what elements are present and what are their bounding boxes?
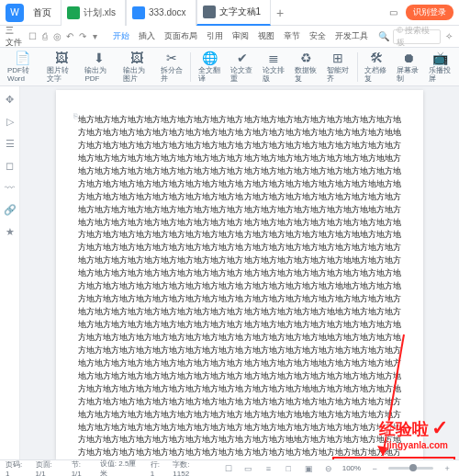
ribbon-repair[interactable]: 🛠文档修复 [363, 49, 389, 85]
status-wordcount: 字数: 1152 [173, 459, 207, 477]
ocr-icon: 🖼 [53, 50, 70, 66]
zoom-value: 100% [342, 464, 361, 472]
document-page[interactable]: 地方地方地方地方地方地方地方地方地方地方地方地方地方地方地方地方地方地方地方地方… [56, 90, 423, 459]
new-tab-button[interactable]: + [271, 6, 289, 20]
ribbon-translate[interactable]: 🌐全文翻译 [196, 49, 223, 85]
translate-icon: 🌐 [202, 50, 218, 66]
watermark-text: 经验啦 [379, 420, 429, 438]
home-tab[interactable]: 首页 [24, 3, 61, 23]
format-icon: ≣ [265, 50, 282, 66]
menu-start[interactable]: 开始 [110, 28, 132, 44]
workspace: ✥ ▷ ☰ ◻ 〰 🔗 ★ ⎘ · 地方地方地方地方地方地方地方地方地方地方地方… [0, 86, 459, 459]
check-icon: ✔ [234, 50, 251, 66]
title-bar: W 首页 计划.xls 333.docx 文字文稿1 + ▭ 识别登录 [0, 0, 459, 26]
record-icon: ⏺ [400, 50, 417, 66]
tab-file-2[interactable]: 文字文稿1 [196, 0, 272, 26]
preview-icon[interactable]: ◎ [53, 30, 62, 43]
cast-icon: 📺 [431, 50, 448, 66]
undo-icon[interactable]: ↶ [65, 30, 74, 43]
left-toolbar: ✥ ▷ ☰ ◻ 〰 🔗 ★ [0, 86, 20, 459]
save-icon[interactable]: ☐ [28, 30, 37, 43]
ribbon-pdf2word[interactable]: 📄PDF转Word [6, 49, 39, 85]
tab-file-0[interactable]: 计划.xls [61, 0, 126, 26]
chevron-down-icon[interactable]: ▾ [91, 30, 100, 43]
status-pos: 设值: 2.5厘米 [100, 459, 143, 477]
watermark-url: jingyanla.com [379, 440, 448, 450]
view-web-icon[interactable]: ☐ [222, 462, 235, 475]
ribbon-thesis[interactable]: ✔论文查重 [229, 49, 255, 85]
ribbon-out-pdf[interactable]: ⬇输出为PDF [83, 49, 115, 85]
view-read-icon[interactable]: □ [282, 462, 295, 475]
tool-shape-icon[interactable]: ◻ [3, 158, 17, 173]
tab-file-1[interactable]: 333.docx [126, 0, 196, 26]
export-pdf-icon: ⬇ [91, 50, 107, 66]
status-line: 行: 1 [151, 459, 166, 477]
menu-insert[interactable]: 插入 [136, 28, 158, 44]
ribbon-thesis-aid[interactable]: ≣论文排版 [261, 49, 287, 85]
docx-icon [132, 6, 145, 19]
status-section: 节: 1/1 [72, 459, 93, 477]
menu-review[interactable]: 审阅 [230, 28, 252, 44]
login-button[interactable]: 识别登录 [406, 5, 453, 20]
watermark-check-icon: ✓ [431, 416, 448, 439]
document-body[interactable]: 地方地方地方地方地方地方地方地方地方地方地方地方地方地方地方地方地方地方地方地方… [78, 114, 401, 459]
menu-layout[interactable]: 页面布局 [162, 28, 200, 44]
status-pages: 页面: 1/1 [36, 459, 64, 477]
menu-security[interactable]: 安全 [307, 28, 329, 44]
zoom-thumb[interactable] [409, 464, 417, 471]
zoom-slider[interactable] [388, 467, 433, 470]
tool-hand-icon[interactable]: ✥ [3, 92, 17, 107]
ribbon-pic2text[interactable]: 🖼图片转文字 [45, 49, 77, 85]
search-input[interactable]: © 搜索模板 [393, 29, 441, 44]
tool-link-icon[interactable]: 🔗 [3, 202, 17, 217]
pdf-icon: 📄 [15, 50, 31, 66]
recover-icon: ♻ [297, 50, 314, 66]
status-bar: 页码: 1 页面: 1/1 节: 1/1 设值: 2.5厘米 行: 1 字数: … [0, 459, 459, 476]
repair-icon: 🛠 [368, 50, 385, 66]
ribbon: 📄PDF转Word 🖼图片转文字 ⬇输出为PDF 🖼输出为图片 ✂拆分合并 🌐全… [0, 48, 459, 86]
status-page: 页码: 1 [6, 459, 28, 477]
zoom-plus-icon[interactable]: + [441, 462, 453, 475]
txt-icon [203, 6, 216, 18]
menu-bar: 三 文件 ☐ ⎙ ◎ ↶ ↷ ▾ 开始 插入 页面布局 引用 审阅 视图 章节 … [0, 26, 459, 48]
tool-draw-icon[interactable]: 〰 [3, 180, 17, 195]
zoom-out-icon[interactable]: ⊖ [322, 462, 335, 475]
view-focus-icon[interactable]: ▣ [302, 462, 315, 475]
tool-text-icon[interactable]: ☰ [3, 136, 17, 151]
file-menu[interactable]: 三 文件 [6, 25, 24, 49]
watermark: 经验啦 ✓ jingyanla.com [379, 416, 448, 450]
tool-select-icon[interactable]: ▷ [3, 114, 17, 129]
tool-bookmark-icon[interactable]: ★ [3, 224, 17, 239]
xls-icon [67, 6, 80, 19]
export-img-icon: 🖼 [129, 50, 145, 66]
search-icon[interactable]: 🔍 [378, 30, 389, 43]
more-icon[interactable]: ✧ [444, 30, 453, 43]
view-print-icon[interactable]: ▭ [242, 462, 255, 475]
ribbon-out-img[interactable]: 🖼输出为图片 [121, 49, 153, 85]
align-icon: ⊞ [330, 50, 346, 66]
menu-ref[interactable]: 引用 [204, 28, 226, 44]
ribbon-cast[interactable]: 📺乐播投屏 [427, 49, 453, 85]
app-logo: W [6, 4, 24, 22]
tab-label: 333.docx [149, 7, 186, 17]
zoom-minus-icon[interactable]: − [368, 462, 381, 475]
menu-icon[interactable]: ▭ [386, 6, 400, 20]
menu-dev[interactable]: 开发工具 [332, 28, 371, 44]
canvas[interactable]: ⎘ · 地方地方地方地方地方地方地方地方地方地方地方地方地方地方地方地方地方地方… [20, 86, 459, 459]
view-outline-icon[interactable]: ≡ [263, 462, 275, 475]
menu-view[interactable]: 视图 [255, 28, 277, 44]
ribbon-split[interactable]: ✂拆分合并 [159, 49, 185, 85]
ribbon-screenrec[interactable]: ⏺屏幕录制 [395, 49, 421, 85]
print-icon[interactable]: ⎙ [40, 30, 50, 43]
menu-section[interactable]: 章节 [281, 28, 303, 44]
ribbon-align[interactable]: ⊞智能对齐 [325, 49, 352, 85]
split-icon: ✂ [163, 50, 180, 66]
page-marker: ⎘ · [73, 112, 82, 120]
tab-label: 文字文稿1 [219, 6, 262, 18]
redo-icon[interactable]: ↷ [78, 30, 87, 43]
tab-label: 计划.xls [84, 6, 116, 19]
ribbon-datarec[interactable]: ♻数据恢复 [293, 49, 319, 85]
